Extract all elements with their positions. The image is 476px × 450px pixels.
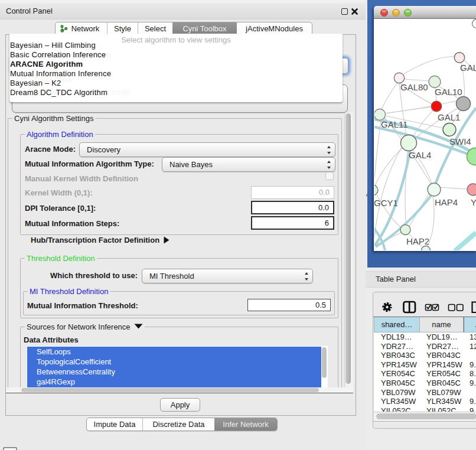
svg-text:GAL80: GAL80: [400, 82, 428, 92]
svg-text:GAL1: GAL1: [438, 112, 460, 122]
svg-text:HAP2: HAP2: [406, 236, 429, 246]
svg-text:HAP4: HAP4: [435, 197, 458, 207]
svg-text:GAL10: GAL10: [435, 87, 462, 97]
svg-text:GAL2: GAL2: [460, 63, 476, 73]
svg-text:YE: YE: [471, 197, 476, 207]
svg-text:SWI4: SWI4: [449, 136, 471, 146]
svg-text:GAL4: GAL4: [409, 150, 431, 160]
svg-text:GAL11: GAL11: [381, 119, 408, 129]
svg-text:GCY1: GCY1: [374, 198, 398, 208]
